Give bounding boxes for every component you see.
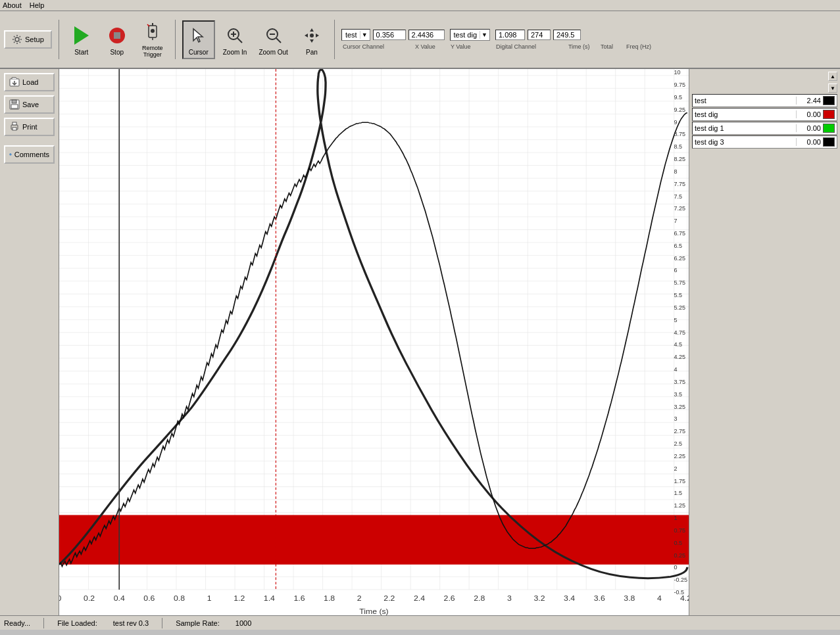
menu-help[interactable]: Help bbox=[30, 1, 45, 9]
toolbar-separator-1 bbox=[59, 20, 59, 59]
svg-line-9 bbox=[237, 38, 242, 43]
svg-point-13 bbox=[310, 34, 314, 37]
cursor-fields: test ▼ 0.356 2.4436 test dig ▼ 1.098 274… bbox=[341, 29, 654, 50]
comments-button[interactable]: i Comments bbox=[4, 145, 55, 164]
channel-value-testdig: 0.00 bbox=[796, 110, 821, 118]
stop-icon bbox=[105, 24, 129, 47]
status-divider-1 bbox=[43, 618, 44, 628]
svg-rect-20 bbox=[12, 122, 16, 125]
right-panel: ▲ ▼ test 2.44 test dig 0.00 test dig 1 0… bbox=[689, 69, 840, 615]
freq-hz-label: Freq (Hz) bbox=[626, 43, 654, 50]
svg-rect-89 bbox=[59, 515, 689, 564]
channel-row-testdig1: test dig 1 0.00 bbox=[692, 122, 837, 135]
save-icon bbox=[9, 99, 20, 110]
svg-text:3.8: 3.8 bbox=[624, 595, 635, 602]
scroll-up-arrow[interactable]: ▲ bbox=[828, 72, 837, 81]
pan-label: Pan bbox=[306, 49, 318, 56]
remote-trigger-label: RemoteTrigger bbox=[142, 45, 163, 59]
toolbar-separator-3 bbox=[334, 20, 335, 59]
total-label: Total bbox=[601, 43, 624, 50]
svg-point-4 bbox=[151, 29, 155, 33]
svg-text:0.2: 0.2 bbox=[84, 595, 95, 602]
zoom-in-button[interactable]: Zoom In bbox=[219, 21, 251, 59]
svg-text:1.4: 1.4 bbox=[264, 595, 276, 602]
cursor-button[interactable]: Cursor bbox=[182, 20, 215, 59]
svg-text:4: 4 bbox=[657, 595, 662, 602]
digital-channel-arrow[interactable]: ▼ bbox=[480, 31, 489, 39]
svg-rect-21 bbox=[12, 128, 16, 130]
channel-list: test 2.44 test dig 0.00 test dig 1 0.00 … bbox=[692, 94, 837, 149]
x-value-label: X Value bbox=[415, 43, 448, 50]
svg-text:3.6: 3.6 bbox=[594, 595, 605, 602]
stop-button[interactable]: Stop bbox=[101, 21, 133, 59]
file-loaded-label: File Loaded: bbox=[57, 619, 97, 627]
svg-rect-17 bbox=[12, 100, 16, 103]
sample-rate-label: Sample Rate: bbox=[176, 619, 220, 627]
svg-text:3.2: 3.2 bbox=[533, 595, 545, 602]
y-value-label: Y Value bbox=[451, 43, 487, 50]
pan-icon bbox=[300, 24, 324, 47]
right-scrollbar[interactable]: ▲ ▼ bbox=[828, 72, 837, 93]
digital-channel-dropdown[interactable]: test dig ▼ bbox=[450, 29, 490, 41]
print-button[interactable]: Print bbox=[4, 118, 55, 136]
svg-text:2.6: 2.6 bbox=[444, 595, 455, 602]
print-label: Print bbox=[22, 123, 37, 131]
svg-text:Time (s): Time (s) bbox=[359, 608, 389, 615]
svg-text:0: 0 bbox=[59, 595, 61, 602]
digital-channel-value: test dig bbox=[451, 30, 480, 39]
cursor-channel-arrow[interactable]: ▼ bbox=[360, 31, 369, 39]
comments-label: Comments bbox=[14, 151, 49, 158]
right-panel-spacer bbox=[692, 72, 827, 93]
chart-area[interactable]: 0 0.2 0.4 0.6 0.8 1 1.2 1.4 1.6 1.8 2 2.… bbox=[59, 69, 689, 615]
freq-hz-field[interactable]: 249.5 bbox=[553, 30, 581, 40]
channel-row-test: test 2.44 bbox=[692, 94, 837, 107]
cursor-icon bbox=[187, 24, 210, 47]
svg-point-0 bbox=[15, 37, 19, 41]
svg-text:2.2: 2.2 bbox=[383, 595, 395, 602]
channel-value-testdig3: 0.00 bbox=[796, 138, 821, 146]
pan-button[interactable]: Pan bbox=[296, 21, 328, 59]
remote-trigger-button[interactable]: RemoteTrigger bbox=[137, 18, 168, 61]
cursor-channel-value: test bbox=[343, 30, 360, 39]
print-icon bbox=[9, 122, 20, 132]
channel-value-test: 2.44 bbox=[796, 97, 821, 105]
channel-color-testdig3 bbox=[823, 137, 835, 147]
time-s-label: Time (s) bbox=[568, 43, 598, 50]
cursor-channel-label: Cursor Channel bbox=[341, 43, 412, 50]
save-button[interactable]: Save bbox=[4, 95, 55, 114]
x-value-field[interactable]: 0.356 bbox=[373, 30, 406, 40]
svg-text:1.8: 1.8 bbox=[324, 595, 335, 602]
save-label: Save bbox=[22, 101, 39, 108]
svg-text:1.6: 1.6 bbox=[293, 595, 305, 602]
svg-text:3.4: 3.4 bbox=[564, 595, 576, 602]
zoom-out-button[interactable]: Zoom Out bbox=[255, 21, 291, 59]
zoom-out-icon bbox=[262, 24, 285, 47]
svg-text:4.2: 4.2 bbox=[680, 595, 689, 602]
load-button[interactable]: Load bbox=[4, 73, 55, 91]
y-value-field[interactable]: 2.4436 bbox=[408, 30, 445, 40]
menu-about[interactable]: About bbox=[3, 1, 22, 9]
channel-name-test: test bbox=[695, 97, 794, 105]
toolbar-separator-2 bbox=[175, 20, 176, 59]
load-icon bbox=[9, 77, 20, 87]
chart-svg: 0 0.2 0.4 0.6 0.8 1 1.2 1.4 1.6 1.8 2 2.… bbox=[59, 69, 689, 615]
comments-icon: i bbox=[9, 149, 12, 160]
setup-label: Setup bbox=[25, 35, 44, 43]
setup-button[interactable]: Setup bbox=[4, 30, 52, 49]
channel-value-testdig1: 0.00 bbox=[796, 124, 821, 132]
field-labels-row: Cursor Channel X Value Y Value Digital C… bbox=[341, 43, 654, 50]
remote-trigger-icon bbox=[141, 20, 164, 44]
svg-text:0.4: 0.4 bbox=[114, 595, 126, 602]
total-field[interactable]: 274 bbox=[528, 30, 551, 40]
sample-rate-value: 1000 bbox=[235, 619, 251, 627]
start-button[interactable]: Start bbox=[66, 21, 97, 59]
svg-line-12 bbox=[276, 38, 281, 43]
menubar: About Help bbox=[0, 0, 840, 11]
digital-channel-label: Digital Channel bbox=[492, 43, 566, 50]
channel-row-testdig3: test dig 3 0.00 bbox=[692, 135, 837, 149]
cursor-channel-dropdown[interactable]: test ▼ bbox=[341, 29, 370, 41]
time-s-field[interactable]: 1.098 bbox=[495, 30, 525, 40]
svg-text:1.2: 1.2 bbox=[234, 595, 245, 602]
load-label: Load bbox=[22, 78, 38, 86]
scroll-down-arrow[interactable]: ▼ bbox=[828, 83, 837, 93]
